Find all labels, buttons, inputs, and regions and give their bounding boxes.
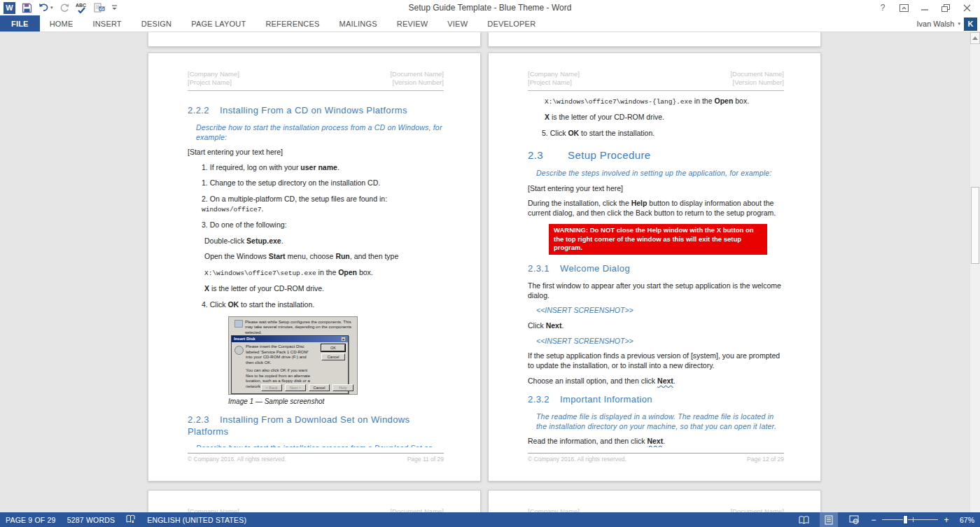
warning-box: WARNING: Do NOT close the Help window wi… xyxy=(549,224,767,255)
account-area: Ivan Walsh ▾ K xyxy=(916,15,977,32)
doc-heading-3: 2.3.2Important Information xyxy=(528,394,785,406)
doc-heading-3: 2.2.3Installing From a Download Set on W… xyxy=(188,414,445,438)
spelling-icon[interactable]: ABC xyxy=(76,1,88,14)
sample-screenshot-image[interactable]: Please wait while Setup configures the c… xyxy=(228,316,358,395)
doc-sub-paragraph: X:\windows\office7\setup.exe in the Open… xyxy=(204,268,445,278)
doc-heading-2: 2.3Setup Procedure xyxy=(528,148,785,162)
header-version: [Version Number] xyxy=(730,78,784,87)
doc-list-item: 1.Change to the setup directory on the i… xyxy=(188,178,445,188)
page-10-bottom-edge[interactable] xyxy=(148,32,481,47)
quick-access-toolbar: W ▾ ABC xyxy=(0,0,118,15)
page-indicator[interactable]: PAGE 9 OF 29 xyxy=(6,516,56,524)
tab-developer[interactable]: DEVELOPER xyxy=(477,15,545,31)
undo-icon[interactable]: ▾ xyxy=(38,1,53,14)
doc-paragraph: Click Next. xyxy=(528,321,785,331)
footer-page-number: Page 11 of 29 xyxy=(407,456,444,463)
doc-heading-3: 2.2.2Installing From a CD on Windows Pla… xyxy=(188,105,445,117)
zoom-out-icon[interactable]: − xyxy=(870,515,877,525)
status-bar: PAGE 9 OF 29 5287 WORDS ENGLISH (UNITED … xyxy=(0,512,980,527)
doc-guidance-text: Describe the steps involved in setting u… xyxy=(536,169,785,178)
redo-icon[interactable] xyxy=(59,1,69,14)
tab-insert[interactable]: INSERT xyxy=(83,15,131,31)
scrollbar-thumb[interactable] xyxy=(971,187,979,264)
account-dropdown-icon[interactable]: ▾ xyxy=(958,21,960,27)
web-layout-icon[interactable] xyxy=(845,512,863,527)
page-header: [Company Name] [Project Name] [Document … xyxy=(528,70,784,91)
doc-guidance-text: Describe how to start the installation p… xyxy=(196,123,445,142)
user-name[interactable]: Ivan Walsh xyxy=(916,20,954,28)
page-14-top-edge[interactable]: [Company Name] [Document Name] xyxy=(488,490,821,512)
mail-document-icon[interactable] xyxy=(94,1,105,14)
page-previous-bottom-edge[interactable] xyxy=(488,32,821,47)
zoom-controls: − + 67% xyxy=(870,512,974,527)
title-bar: W ▾ ABC Setup Guide Template - Blue Them… xyxy=(0,0,980,15)
tab-design[interactable]: DESIGN xyxy=(132,15,181,31)
zoom-percentage[interactable]: 67% xyxy=(955,516,974,524)
header-document: [Document Name] xyxy=(730,70,784,78)
minimize-icon[interactable] xyxy=(916,1,934,15)
image-caption: Image 1 — Sample screenshot xyxy=(228,397,445,406)
print-layout-icon[interactable] xyxy=(820,512,838,527)
zoom-slider-thumb[interactable] xyxy=(903,515,908,524)
customize-qat-icon[interactable] xyxy=(111,1,118,14)
header-document: [Document Name] xyxy=(390,70,444,78)
read-mode-icon[interactable] xyxy=(794,512,813,527)
word-logo-icon[interactable]: W xyxy=(4,1,15,14)
page-body: 2.2.2Installing From a CD on Windows Pla… xyxy=(188,97,445,447)
tab-mailings[interactable]: MAILINGS xyxy=(330,15,387,31)
page-footer: © Company 2016. All rights reserved. Pag… xyxy=(528,453,784,463)
doc-guidance-text: The readme file is displayed in a window… xyxy=(536,412,785,431)
footer-copyright: © Company 2016. All rights reserved. xyxy=(188,456,286,463)
header-document: [Document Name] xyxy=(390,507,444,512)
save-icon[interactable] xyxy=(22,1,32,14)
tab-references[interactable]: REFERENCES xyxy=(255,15,329,31)
word-count[interactable]: 5287 WORDS xyxy=(67,516,115,524)
doc-sub-paragraph: X:\windows\office7\windows-{lang}.exe in… xyxy=(545,97,785,106)
footer-copyright: © Company 2016. All rights reserved. xyxy=(528,456,626,463)
document-page-12[interactable]: [Company Name] [Project Name] [Document … xyxy=(488,52,821,482)
proofing-icon[interactable] xyxy=(126,514,136,525)
doc-paragraph: The first window to appear after you sta… xyxy=(528,281,785,300)
doc-paragraph: During the installation, click the Help … xyxy=(528,199,785,218)
doc-insert-placeholder: <<INSERT SCREENSHOT>> xyxy=(536,337,785,346)
ribbon-display-options-icon[interactable] xyxy=(895,1,913,15)
window-title: Setup Guide Template - Blue Theme - Word xyxy=(0,3,980,13)
avatar[interactable]: K xyxy=(964,17,977,31)
zoom-slider[interactable] xyxy=(882,512,938,527)
page-13-top-edge[interactable]: [Company Name] [Document Name] xyxy=(148,490,481,512)
doc-sub-paragraph: Open the Windows Start menu, choose Run,… xyxy=(204,252,445,262)
vertical-scrollbar[interactable] xyxy=(969,32,980,512)
page-footer: © Company 2016. All rights reserved. Pag… xyxy=(188,453,444,463)
header-document: [Document Name] xyxy=(730,507,784,512)
doc-paragraph: Read the information, and then click Nex… xyxy=(528,437,785,447)
tab-view[interactable]: VIEW xyxy=(438,15,477,31)
cd-icon xyxy=(234,346,244,355)
doc-list-item: 5.Click OK to start the installation. xyxy=(528,129,785,139)
tab-file[interactable]: FILE xyxy=(0,15,40,31)
doc-list-item: 3.Do one of the following: xyxy=(188,220,445,230)
page-header: [Company Name] [Project Name] [Document … xyxy=(188,70,444,91)
doc-sub-paragraph: Double-click Setup.exe. xyxy=(204,237,445,246)
setup-icon xyxy=(234,320,243,328)
doc-paragraph: [Start entering your text here] xyxy=(188,148,445,157)
restore-icon[interactable] xyxy=(937,1,955,15)
document-canvas: [Company Name] [Project Name] [Document … xyxy=(0,32,980,512)
help-icon[interactable]: ? xyxy=(874,1,892,15)
zoom-in-icon[interactable]: + xyxy=(943,515,950,525)
dialog-close-icon: × xyxy=(341,337,346,342)
doc-sub-paragraph: X is the letter of your CD-ROM drive. xyxy=(204,284,445,294)
tab-page-layout[interactable]: PAGE LAYOUT xyxy=(181,15,255,31)
document-page-11[interactable]: [Company Name] [Project Name] [Document … xyxy=(148,52,481,482)
undo-dropdown-icon[interactable]: ▾ xyxy=(50,5,53,10)
footer-page-number: Page 12 of 29 xyxy=(747,456,784,463)
doc-heading-3: 2.3.1Welcome Dialog xyxy=(528,263,785,275)
scroll-up-icon[interactable] xyxy=(970,32,980,44)
doc-paragraph: If the setup application finds a previou… xyxy=(528,351,785,370)
close-icon[interactable] xyxy=(958,1,976,15)
svg-text:ABC: ABC xyxy=(76,3,86,8)
language-indicator[interactable]: ENGLISH (UNITED STATES) xyxy=(147,516,246,524)
tab-review[interactable]: REVIEW xyxy=(387,15,438,31)
doc-list-item: 2.On a multiple-platform CD, the setup f… xyxy=(188,195,445,214)
tab-home[interactable]: HOME xyxy=(40,15,83,31)
header-version: [Version Number] xyxy=(390,78,444,87)
